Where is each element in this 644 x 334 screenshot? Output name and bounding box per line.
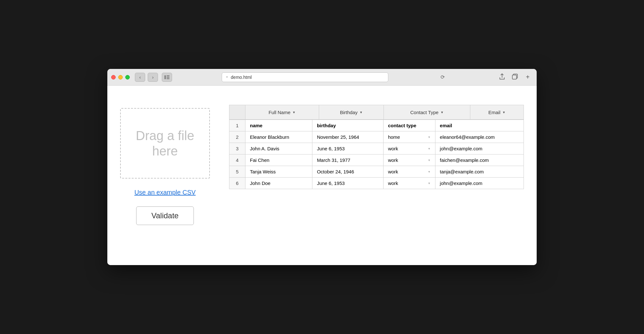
birthday-cell: birthday xyxy=(312,120,384,131)
address-bar[interactable]: ⚬ demo.html xyxy=(222,72,388,82)
contact-type-row-chevron: ▼ xyxy=(428,170,431,173)
svg-rect-0 xyxy=(164,75,166,79)
table-container: Full Name ▼ Birthday ▼ C xyxy=(229,105,524,189)
contact-type-header-cell: Contact Type ▼ xyxy=(384,105,470,120)
birthday-cell: June 6, 1953 xyxy=(312,143,384,154)
contact-type-cell: home▼ xyxy=(383,131,435,143)
email-cell: john@example.com xyxy=(435,178,524,189)
email-cell: faichen@example.com xyxy=(435,154,524,166)
back-button[interactable]: ‹ xyxy=(135,73,145,82)
sidebar-toggle-button[interactable] xyxy=(162,73,172,82)
full-name-dropdown[interactable]: Full Name ▼ xyxy=(245,105,319,119)
contact-type-cell: work▼ xyxy=(383,166,435,178)
svg-rect-2 xyxy=(167,77,169,78)
email-label: Email xyxy=(488,110,500,115)
left-panel: Drag a file here Use an example CSV Vali… xyxy=(120,105,210,225)
full-name-cell: John A. Davis xyxy=(245,143,312,154)
table-row: 2Eleanor BlackburnNovember 25, 1964home▼… xyxy=(229,131,524,143)
full-name-cell: Eleanor Blackburn xyxy=(245,131,312,143)
row-number: 3 xyxy=(229,143,245,154)
contact-type-row-chevron: ▼ xyxy=(428,159,431,162)
example-csv-link[interactable]: Use an example CSV xyxy=(134,189,195,196)
contact-type-row-chevron: ▼ xyxy=(428,182,431,185)
birthday-dropdown[interactable]: Birthday ▼ xyxy=(319,105,384,119)
row-number: 4 xyxy=(229,154,245,166)
forward-button[interactable]: › xyxy=(148,73,158,82)
full-name-cell: name xyxy=(245,120,312,131)
svg-rect-3 xyxy=(167,78,169,79)
table-row: 3John A. DavisJune 6, 1953work▼john@exam… xyxy=(229,143,524,154)
birthday-label: Birthday xyxy=(340,110,358,115)
full-name-cell: Fai Chen xyxy=(245,154,312,166)
svg-rect-1 xyxy=(167,75,169,76)
row-num-header xyxy=(229,105,245,120)
contact-type-label: Contact Type xyxy=(410,110,439,115)
full-name-cell: John Doe xyxy=(245,178,312,189)
contact-type-cell: contact type xyxy=(383,120,435,131)
full-name-chevron: ▼ xyxy=(293,111,296,114)
full-name-cell: Tanja Weiss xyxy=(245,166,312,178)
full-name-header-cell: Full Name ▼ xyxy=(245,105,319,120)
page-content: Drag a file here Use an example CSV Vali… xyxy=(107,86,537,265)
birthday-cell: November 25, 1964 xyxy=(312,131,384,143)
contact-type-cell: work▼ xyxy=(383,143,435,154)
duplicate-button[interactable] xyxy=(510,72,520,81)
drop-zone[interactable]: Drag a file here xyxy=(120,108,210,179)
row-number: 6 xyxy=(229,178,245,189)
minimize-button[interactable] xyxy=(118,75,123,79)
email-cell: john@example.com xyxy=(435,143,524,154)
birthday-cell: June 6, 1953 xyxy=(312,178,384,189)
browser-window: ‹ › ⚬ demo.html ⟳ xyxy=(107,69,537,265)
close-button[interactable] xyxy=(111,75,116,79)
new-tab-button[interactable]: + xyxy=(523,72,533,82)
email-cell: eleanor64@example.com xyxy=(435,131,524,143)
contact-type-row-chevron: ▼ xyxy=(428,136,431,139)
contact-type-chevron: ▼ xyxy=(441,111,444,114)
table-row: 6John DoeJune 6, 1953work▼john@example.c… xyxy=(229,178,524,189)
email-cell: email xyxy=(435,120,524,131)
drop-zone-text: Drag a file here xyxy=(136,128,194,159)
email-chevron: ▼ xyxy=(502,111,506,114)
email-dropdown[interactable]: Email ▼ xyxy=(470,105,524,119)
share-button[interactable] xyxy=(497,72,507,81)
birthday-cell: March 31, 1977 xyxy=(312,154,384,166)
row-number: 1 xyxy=(229,120,245,131)
url-text: demo.html xyxy=(231,75,252,80)
maximize-button[interactable] xyxy=(125,75,130,79)
birthday-chevron: ▼ xyxy=(359,111,363,114)
browser-titlebar: ‹ › ⚬ demo.html ⟳ xyxy=(107,69,537,86)
table-row: 4Fai ChenMarch 31, 1977work▼faichen@exam… xyxy=(229,154,524,166)
contact-type-cell: work▼ xyxy=(383,178,435,189)
svg-rect-4 xyxy=(512,75,516,79)
table-row: 1namebirthdaycontact typeemail xyxy=(229,120,524,131)
row-number: 5 xyxy=(229,166,245,178)
birthday-cell: October 24, 1946 xyxy=(312,166,384,178)
reload-button[interactable]: ⟳ xyxy=(438,73,447,82)
full-name-label: Full Name xyxy=(268,110,290,115)
contact-type-row-chevron: ▼ xyxy=(428,147,431,150)
contact-type-dropdown[interactable]: Contact Type ▼ xyxy=(384,105,470,119)
validate-button[interactable]: Validate xyxy=(136,206,194,225)
column-header-row: Full Name ▼ Birthday ▼ C xyxy=(229,105,524,120)
browser-actions: + xyxy=(497,72,533,82)
row-number: 2 xyxy=(229,131,245,143)
contact-type-cell: work▼ xyxy=(383,154,435,166)
email-header-cell: Email ▼ xyxy=(470,105,524,120)
traffic-lights xyxy=(111,75,130,79)
table-row: 5Tanja WeissOctober 24, 1946work▼tanja@e… xyxy=(229,166,524,178)
email-cell: tanja@example.com xyxy=(435,166,524,178)
birthday-header-cell: Birthday ▼ xyxy=(319,105,384,120)
search-icon: ⚬ xyxy=(225,75,229,79)
data-table: 1namebirthdaycontact typeemail2Eleanor B… xyxy=(229,120,524,189)
